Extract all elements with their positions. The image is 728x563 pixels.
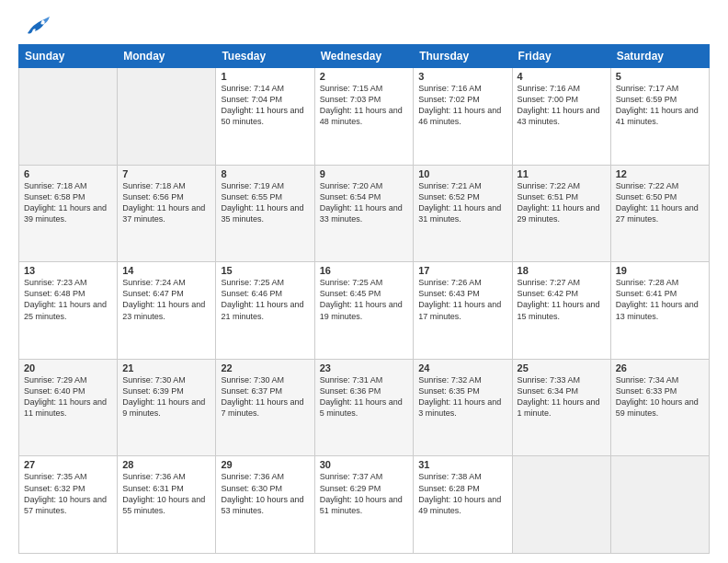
cell-info: Sunrise: 7:25 AMSunset: 6:45 PMDaylight:… <box>320 278 403 320</box>
day-number: 25 <box>518 362 606 373</box>
cell-info: Sunrise: 7:33 AMSunset: 6:34 PMDaylight:… <box>518 375 600 418</box>
calendar-cell: 26Sunrise: 7:34 AMSunset: 6:33 PMDayligh… <box>610 359 709 456</box>
cell-info: Sunrise: 7:26 AMSunset: 6:43 PMDaylight:… <box>418 278 501 320</box>
calendar-cell: 4Sunrise: 7:16 AMSunset: 7:00 PMDaylight… <box>512 68 610 166</box>
calendar-cell: 17Sunrise: 7:26 AMSunset: 6:43 PMDayligh… <box>414 262 512 360</box>
calendar-cell <box>118 68 216 166</box>
calendar-cell <box>512 456 610 554</box>
cell-info: Sunrise: 7:30 AMSunset: 6:39 PMDaylight:… <box>122 375 205 418</box>
day-number: 20 <box>24 362 112 373</box>
calendar-cell: 28Sunrise: 7:36 AMSunset: 6:31 PMDayligh… <box>118 456 216 554</box>
calendar-cell: 18Sunrise: 7:27 AMSunset: 6:42 PMDayligh… <box>512 262 610 360</box>
page: SundayMondayTuesdayWednesdayThursdayFrid… <box>0 0 728 563</box>
day-number: 8 <box>221 168 309 179</box>
cell-info: Sunrise: 7:27 AMSunset: 6:42 PMDaylight:… <box>518 278 600 320</box>
calendar-header-row: SundayMondayTuesdayWednesdayThursdayFrid… <box>19 45 710 68</box>
calendar-cell: 11Sunrise: 7:22 AMSunset: 6:51 PMDayligh… <box>512 165 610 262</box>
calendar-table: SundayMondayTuesdayWednesdayThursdayFrid… <box>18 44 710 554</box>
calendar-cell: 2Sunrise: 7:15 AMSunset: 7:03 PMDaylight… <box>314 68 414 166</box>
day-number: 7 <box>122 168 210 179</box>
calendar-cell: 30Sunrise: 7:37 AMSunset: 6:29 PMDayligh… <box>314 456 414 554</box>
calendar-week-row: 6Sunrise: 7:18 AMSunset: 6:58 PMDaylight… <box>19 165 710 262</box>
cell-info: Sunrise: 7:16 AMSunset: 7:02 PMDaylight:… <box>418 84 501 126</box>
cell-info: Sunrise: 7:22 AMSunset: 6:50 PMDaylight:… <box>616 181 699 224</box>
day-number: 26 <box>616 362 704 373</box>
cell-info: Sunrise: 7:29 AMSunset: 6:40 PMDaylight:… <box>24 375 107 418</box>
cell-info: Sunrise: 7:15 AMSunset: 7:03 PMDaylight:… <box>320 84 403 126</box>
calendar-cell: 16Sunrise: 7:25 AMSunset: 6:45 PMDayligh… <box>314 262 414 360</box>
calendar-cell: 6Sunrise: 7:18 AMSunset: 6:58 PMDaylight… <box>19 165 118 262</box>
calendar-cell: 24Sunrise: 7:32 AMSunset: 6:35 PMDayligh… <box>414 359 512 456</box>
calendar-week-row: 1Sunrise: 7:14 AMSunset: 7:04 PMDaylight… <box>19 68 710 166</box>
day-number: 3 <box>418 71 506 82</box>
cell-info: Sunrise: 7:34 AMSunset: 6:33 PMDaylight:… <box>616 375 699 418</box>
day-number: 17 <box>418 265 506 276</box>
day-header-thursday: Thursday <box>414 45 512 68</box>
calendar-cell: 21Sunrise: 7:30 AMSunset: 6:39 PMDayligh… <box>118 359 216 456</box>
calendar-cell: 1Sunrise: 7:14 AMSunset: 7:04 PMDaylight… <box>216 68 314 166</box>
cell-info: Sunrise: 7:18 AMSunset: 6:58 PMDaylight:… <box>24 181 107 224</box>
cell-info: Sunrise: 7:24 AMSunset: 6:47 PMDaylight:… <box>122 278 205 320</box>
day-number: 31 <box>418 459 506 470</box>
cell-info: Sunrise: 7:32 AMSunset: 6:35 PMDaylight:… <box>418 375 501 418</box>
calendar-week-row: 27Sunrise: 7:35 AMSunset: 6:32 PMDayligh… <box>19 456 710 554</box>
calendar-cell: 14Sunrise: 7:24 AMSunset: 6:47 PMDayligh… <box>118 262 216 360</box>
calendar-cell: 20Sunrise: 7:29 AMSunset: 6:40 PMDayligh… <box>19 359 118 456</box>
day-header-sunday: Sunday <box>19 45 118 68</box>
day-number: 18 <box>518 265 606 276</box>
day-number: 16 <box>320 265 409 276</box>
logo-bird-icon <box>20 17 50 37</box>
calendar-cell: 3Sunrise: 7:16 AMSunset: 7:02 PMDaylight… <box>414 68 512 166</box>
day-number: 1 <box>221 71 309 82</box>
day-number: 5 <box>616 71 704 82</box>
day-number: 24 <box>418 362 506 373</box>
day-number: 28 <box>122 459 210 470</box>
day-number: 19 <box>616 265 704 276</box>
calendar-cell: 8Sunrise: 7:19 AMSunset: 6:55 PMDaylight… <box>216 165 314 262</box>
day-number: 27 <box>24 459 112 470</box>
day-header-saturday: Saturday <box>610 45 709 68</box>
cell-info: Sunrise: 7:36 AMSunset: 6:31 PMDaylight:… <box>122 472 205 514</box>
calendar-cell: 29Sunrise: 7:36 AMSunset: 6:30 PMDayligh… <box>216 456 314 554</box>
day-number: 22 <box>221 362 309 373</box>
calendar-cell: 19Sunrise: 7:28 AMSunset: 6:41 PMDayligh… <box>610 262 709 360</box>
cell-info: Sunrise: 7:23 AMSunset: 6:48 PMDaylight:… <box>24 278 107 320</box>
day-header-wednesday: Wednesday <box>314 45 414 68</box>
cell-info: Sunrise: 7:14 AMSunset: 7:04 PMDaylight:… <box>221 84 303 126</box>
calendar-cell: 7Sunrise: 7:18 AMSunset: 6:56 PMDaylight… <box>118 165 216 262</box>
calendar-cell: 27Sunrise: 7:35 AMSunset: 6:32 PMDayligh… <box>19 456 118 554</box>
header <box>18 17 710 37</box>
day-header-monday: Monday <box>118 45 216 68</box>
day-number: 15 <box>221 265 309 276</box>
calendar-cell: 22Sunrise: 7:30 AMSunset: 6:37 PMDayligh… <box>216 359 314 456</box>
calendar-cell: 12Sunrise: 7:22 AMSunset: 6:50 PMDayligh… <box>610 165 709 262</box>
day-number: 13 <box>24 265 112 276</box>
calendar-cell: 23Sunrise: 7:31 AMSunset: 6:36 PMDayligh… <box>314 359 414 456</box>
logo <box>18 17 50 37</box>
cell-info: Sunrise: 7:31 AMSunset: 6:36 PMDaylight:… <box>320 375 403 418</box>
day-number: 2 <box>320 71 409 82</box>
day-header-friday: Friday <box>512 45 610 68</box>
calendar-cell <box>19 68 118 166</box>
day-header-tuesday: Tuesday <box>216 45 314 68</box>
day-number: 29 <box>221 459 309 470</box>
day-number: 12 <box>616 168 704 179</box>
cell-info: Sunrise: 7:18 AMSunset: 6:56 PMDaylight:… <box>122 181 205 224</box>
calendar-week-row: 13Sunrise: 7:23 AMSunset: 6:48 PMDayligh… <box>19 262 710 360</box>
cell-info: Sunrise: 7:36 AMSunset: 6:30 PMDaylight:… <box>221 472 303 514</box>
cell-info: Sunrise: 7:28 AMSunset: 6:41 PMDaylight:… <box>616 278 699 320</box>
cell-info: Sunrise: 7:25 AMSunset: 6:46 PMDaylight:… <box>221 278 303 320</box>
day-number: 30 <box>320 459 409 470</box>
cell-info: Sunrise: 7:20 AMSunset: 6:54 PMDaylight:… <box>320 181 403 224</box>
calendar-cell: 15Sunrise: 7:25 AMSunset: 6:46 PMDayligh… <box>216 262 314 360</box>
calendar-cell: 5Sunrise: 7:17 AMSunset: 6:59 PMDaylight… <box>610 68 709 166</box>
calendar-cell <box>610 456 709 554</box>
day-number: 10 <box>418 168 506 179</box>
calendar-cell: 31Sunrise: 7:38 AMSunset: 6:28 PMDayligh… <box>414 456 512 554</box>
day-number: 14 <box>122 265 210 276</box>
cell-info: Sunrise: 7:37 AMSunset: 6:29 PMDaylight:… <box>320 472 403 514</box>
day-number: 4 <box>518 71 606 82</box>
calendar-week-row: 20Sunrise: 7:29 AMSunset: 6:40 PMDayligh… <box>19 359 710 456</box>
day-number: 21 <box>122 362 210 373</box>
calendar-cell: 9Sunrise: 7:20 AMSunset: 6:54 PMDaylight… <box>314 165 414 262</box>
